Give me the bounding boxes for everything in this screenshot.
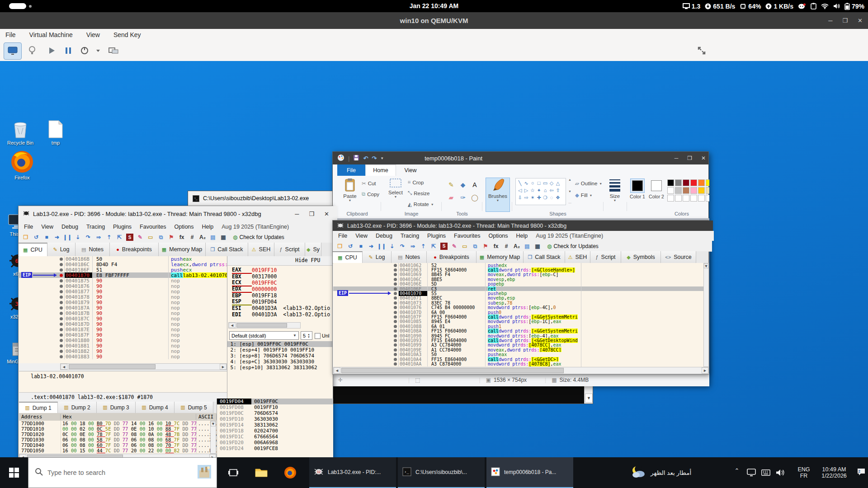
- tray-display-icon[interactable]: [745, 466, 758, 479]
- cpu-icon[interactable]: 64%: [740, 3, 761, 10]
- check-for-updates-button[interactable]: ◍Check for Updates: [233, 234, 284, 240]
- dbg-tab-log[interactable]: ✎Log: [363, 251, 392, 263]
- dbg-tab-sy[interactable]: ◆Sy: [305, 243, 321, 256]
- dbg-tab-notes[interactable]: ▤Notes: [75, 243, 110, 256]
- disasm-row[interactable]: 0040187690nop: [19, 283, 227, 289]
- scroll-left-icon[interactable]: ◄: [61, 364, 67, 370]
- firefox-button[interactable]: [278, 457, 302, 488]
- check-for-updates-button[interactable]: ◍Check for Updates: [547, 243, 599, 249]
- disasm-row[interactable]: 0040186F51push ecx: [19, 267, 227, 272]
- search-box[interactable]: Type here to search: [28, 457, 217, 488]
- vm-info-button[interactable]: [24, 42, 41, 59]
- restart-icon[interactable]: ↺: [33, 234, 40, 241]
- dump-column-header[interactable]: Address: [19, 414, 61, 420]
- shape-icon[interactable]: ∿: [523, 179, 529, 187]
- color2-button[interactable]: Color 2: [647, 178, 665, 211]
- dbg-menu-options[interactable]: Options: [488, 233, 508, 239]
- vm-run-button[interactable]: [43, 42, 61, 59]
- fill-button[interactable]: ◆Fill▼: [575, 192, 593, 198]
- registers-panel[interactable]: Hide FPUEAX0019FF10EBX00317000ECX0019FF0…: [227, 256, 333, 402]
- palette-swatch[interactable]: [706, 179, 709, 186]
- bookmark-icon[interactable]: ⚑: [482, 243, 489, 250]
- dbg-menu-favourites[interactable]: Favourites: [454, 233, 480, 239]
- paste-button[interactable]: Paste▼: [340, 178, 360, 211]
- tray-expand-icon[interactable]: ⌃: [731, 467, 742, 478]
- open-file-icon[interactable]: ❒: [22, 234, 29, 241]
- shape-icon[interactable]: ❖: [555, 194, 561, 201]
- dbg-tab-cpu[interactable]: ▦CPU: [19, 243, 47, 256]
- stop-icon[interactable]: ■: [357, 243, 364, 250]
- dbg-tab-call-stack[interactable]: ❒Call Stack: [206, 243, 248, 256]
- shape-icon[interactable]: ╲: [517, 179, 523, 187]
- shape-icon[interactable]: ⇧: [555, 187, 561, 194]
- paint-tab-file[interactable]: File: [337, 164, 365, 176]
- shape-icon[interactable]: ⇩: [517, 194, 523, 201]
- color-picker-icon[interactable]: ✑: [458, 193, 467, 202]
- x32dbg-window-2[interactable]: Lab13-02.exe - PID: 3696 - Module: lab13…: [332, 220, 709, 375]
- console-scroll-down-icon[interactable]: ▼: [585, 394, 593, 403]
- notification-center-button[interactable]: 2: [854, 457, 868, 488]
- palette-swatch[interactable]: [698, 187, 705, 194]
- palette-swatch[interactable]: [667, 187, 674, 194]
- disasm-row[interactable]: 004010908945 FCmov dword ptr ss:[ebp-4],…: [333, 333, 704, 338]
- register-row[interactable]: ESI00401D3A <lab13-02.Optio: [232, 305, 333, 311]
- shape-icon[interactable]: ⇦: [548, 187, 555, 194]
- breakpoint-dot[interactable]: [394, 362, 397, 366]
- registers-hscrollbar[interactable]: ◄: [228, 322, 301, 328]
- pause-icon[interactable]: ❙❙: [378, 243, 385, 250]
- az-icon[interactable]: A₂: [199, 234, 206, 241]
- vm-shutdown-caret[interactable]: [90, 42, 107, 59]
- dump-vscrollbar[interactable]: ▲▼: [210, 421, 216, 454]
- palette-swatch[interactable]: [690, 187, 697, 194]
- disasm-row[interactable]: 00401093FF15 E4604000call dword ptr ds:[…: [333, 338, 704, 343]
- vm-maximize-button[interactable]: ❒: [842, 17, 848, 24]
- disasm-row[interactable]: 004010A350push eax: [333, 352, 704, 357]
- stack-row[interactable]: 0019FD040019FF0C: [217, 399, 333, 404]
- palette-swatch[interactable]: [675, 179, 682, 186]
- dbg-tab-script[interactable]: ƒScript: [274, 243, 305, 256]
- stack-arg-row[interactable]: 1: [esp] 0019FF0C 0019FF0C: [227, 341, 333, 347]
- dbg-menu-favourites[interactable]: Favourites: [140, 224, 166, 230]
- disasm-row[interactable]: 0040188090nop: [19, 338, 227, 343]
- disassembly-panel[interactable]: 0040106252push edx00401063FF15 58604000c…: [333, 263, 704, 367]
- breakpoint-dot[interactable]: [394, 282, 397, 286]
- vm-menu-send-key[interactable]: Send Key: [113, 31, 141, 38]
- disasm-row[interactable]: 00401099A3 CC784000mov dword ptr ds:[407…: [333, 343, 704, 347]
- disasm-row[interactable]: 0040106FC3ret: [333, 286, 704, 291]
- dump-row[interactable]: 77DD10200C 00 0E 00 78 7F DD 77 08 00 0A…: [19, 432, 217, 437]
- shape-icon[interactable]: ▭: [542, 179, 548, 187]
- register-row[interactable]: ECX0019FF0C: [232, 280, 333, 286]
- comment-icon[interactable]: ▭: [147, 234, 154, 241]
- unlocked-checkbox[interactable]: Unl: [315, 332, 333, 339]
- breakpoint-dot[interactable]: [60, 285, 63, 288]
- palette-swatch[interactable]: [690, 179, 697, 186]
- dbg-tab-seh[interactable]: ⚠SEH: [248, 243, 274, 256]
- dbg-menu-options[interactable]: Options: [174, 224, 193, 230]
- hash-icon[interactable]: #: [503, 243, 510, 250]
- dump-column-header[interactable]: ASCII: [196, 414, 217, 420]
- disasm-row[interactable]: 0040187A90nop: [19, 305, 227, 310]
- save-icon[interactable]: [353, 155, 359, 162]
- desktop-icon-tmp[interactable]: tmp: [40, 119, 71, 145]
- undo-icon[interactable]: ↶: [363, 155, 368, 162]
- vm-menu-view[interactable]: View: [86, 31, 100, 38]
- dbg-tab-log[interactable]: ✎Log: [47, 243, 75, 256]
- stack-arg-row[interactable]: 2: [esp+4] 0019FF10 0019FF10: [227, 347, 333, 353]
- breakpoint-dot[interactable]: [60, 312, 63, 315]
- stack-row[interactable]: 0019FD20006A6968: [217, 440, 333, 446]
- disasm-row[interactable]: 0040107D6A 00push 0: [333, 310, 704, 314]
- shape-icon[interactable]: ⇨: [523, 194, 529, 201]
- disasm-row[interactable]: 004010698B45 F4mov eax,dword ptr ss:[ebp…: [333, 272, 704, 277]
- disasm-row[interactable]: 004010A4FF15 E8604000call dword ptr ds:[…: [333, 357, 704, 361]
- dbg-tab-source[interactable]: <>Source: [661, 251, 696, 263]
- step-out-icon[interactable]: ⇡: [105, 234, 113, 241]
- taskbar-button-x32dbg[interactable]: 32Lab13-02.exe - PID:...: [309, 457, 396, 488]
- dump-row[interactable]: 77DD101000 00 02 00 0C 5E DD 77 0E 00 10…: [19, 426, 217, 432]
- breakpoint-dot[interactable]: [60, 355, 63, 358]
- scroll-down-icon[interactable]: ▼: [211, 421, 216, 427]
- breakpoint-dot[interactable]: [60, 333, 63, 337]
- comment-icon[interactable]: ▭: [461, 243, 468, 250]
- disasm-row[interactable]: 0040187F90nop: [19, 332, 227, 338]
- paint-maximize-button[interactable]: ❒: [687, 155, 692, 161]
- dbg-tab-seh[interactable]: ⚠SEH: [565, 251, 590, 263]
